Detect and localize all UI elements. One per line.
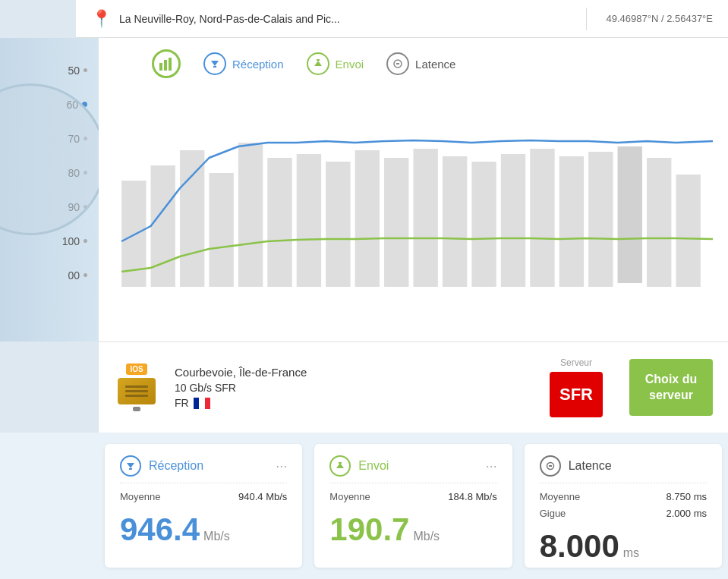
chart-tabs: Réception Envoi Latenc: [114, 49, 713, 78]
envoi-rows: Moyenne 184.8 Mb/s: [329, 491, 496, 506]
flag-fr-icon: [194, 398, 210, 409]
svg-rect-12: [209, 173, 233, 287]
server-device-img: [118, 378, 156, 404]
svg-rect-35: [339, 462, 342, 464]
device-line-2: [125, 390, 148, 392]
choix-serveur-button[interactable]: Choix du serveur: [629, 359, 713, 416]
svg-rect-24: [559, 156, 584, 287]
latence-big-value: 8.000: [540, 530, 619, 562]
envoi-tab-label: Envoi: [336, 58, 364, 71]
reception-tab-btn[interactable]: Réception: [203, 52, 284, 75]
latence-rows: Moyenne 8.750 ms Gigue 2.000 ms: [540, 491, 707, 523]
reception-unit: Mb/s: [203, 530, 230, 543]
device-line-1: [125, 385, 148, 388]
reception-menu-dots[interactable]: ···: [276, 458, 287, 474]
latence-icon: [386, 52, 409, 75]
server-icon-area: IOS: [114, 363, 159, 411]
svg-rect-22: [501, 154, 525, 287]
svg-rect-15: [297, 154, 321, 287]
latence-stat-title: Latence: [569, 459, 612, 473]
latence-big-row: 8.000 ms: [540, 527, 707, 562]
svg-rect-4: [213, 66, 216, 68]
speedometer-area: 50 60 70 80 90 100: [0, 38, 99, 341]
scale-dot-00: [84, 273, 87, 277]
svg-rect-17: [355, 150, 380, 287]
latence-tab-btn[interactable]: Latence: [386, 52, 455, 75]
envoi-big-value: 190.7: [329, 514, 409, 546]
envoi-moyenne-row: Moyenne 184.8 Mb/s: [329, 491, 496, 502]
latence-moyenne-label: Moyenne: [540, 491, 580, 502]
svg-rect-29: [194, 398, 199, 409]
svg-marker-34: [336, 463, 344, 468]
svg-rect-31: [205, 398, 210, 409]
latence-stat-icon: [540, 455, 561, 477]
scale-dot-50: [84, 68, 87, 72]
chart-container: Réception Envoi Latenc: [99, 38, 728, 341]
sfr-badge: SFR: [550, 372, 603, 417]
serveur-label: Serveur: [550, 357, 603, 368]
server-label-area: Serveur SFR: [550, 357, 603, 417]
svg-rect-26: [618, 146, 642, 283]
latence-stat-card: Latence Moyenne 8.750 ms Gigue 2.000 ms …: [525, 444, 722, 568]
latence-tab-label: Latence: [415, 58, 455, 71]
device-connector: [133, 407, 140, 411]
svg-marker-5: [314, 61, 322, 66]
reception-moyenne-label: Moyenne: [120, 491, 160, 502]
svg-marker-3: [211, 61, 219, 66]
reception-stat-icon: [120, 455, 141, 477]
country-code: FR: [175, 397, 189, 409]
scale-item-50: 50: [0, 53, 87, 87]
chart-svg: [114, 90, 713, 294]
location-name: La Neuville-Roy, Nord-Pas-de-Calais and …: [119, 13, 567, 25]
chart-svg-wrapper: [114, 90, 713, 294]
envoi-stat-icon: [329, 455, 351, 477]
server-speed: 10 Gb/s SFR: [175, 382, 534, 394]
reception-tab-label: Réception: [232, 58, 284, 71]
svg-rect-27: [647, 158, 671, 287]
svg-rect-30: [199, 398, 205, 409]
svg-rect-1: [164, 60, 167, 71]
reception-icon: [203, 52, 226, 75]
server-city: Courbevoie, Île-de-France: [175, 366, 534, 379]
scale-item-00: 00: [0, 258, 87, 292]
location-divider: [586, 8, 587, 30]
stats-bar: Réception ··· Moyenne 940.4 Mb/s 946.4 M…: [0, 433, 728, 579]
svg-rect-11: [180, 150, 204, 287]
coordinates: 49.46987°N / 2.56437°E: [606, 13, 713, 24]
reception-rows: Moyenne 940.4 Mb/s: [120, 491, 287, 506]
svg-rect-16: [326, 162, 350, 287]
location-bar: 📍 La Neuville-Roy, Nord-Pas-de-Calais an…: [76, 0, 728, 38]
server-bar: IOS Courbevoie, Île-de-France 10 Gb/s SF…: [99, 341, 728, 433]
latence-unit: ms: [623, 546, 639, 560]
svg-rect-2: [169, 58, 172, 71]
device-line-3: [125, 395, 148, 397]
reception-stat-header: Réception ···: [120, 455, 287, 483]
scale-dot-100: [84, 239, 87, 243]
latence-gigue-row: Gigue 2.000 ms: [540, 508, 707, 519]
bar-chart-icon-btn[interactable]: [152, 49, 181, 78]
envoi-menu-dots[interactable]: ···: [486, 458, 497, 474]
envoi-moyenne-value: 184.8 Mb/s: [448, 491, 496, 502]
ios-badge: IOS: [126, 363, 147, 375]
device-lines: [125, 385, 148, 397]
svg-rect-19: [414, 149, 438, 287]
latence-gigue-value: 2.000 ms: [667, 508, 707, 519]
envoi-unit: Mb/s: [413, 530, 440, 543]
svg-rect-33: [129, 468, 132, 470]
svg-rect-14: [267, 158, 292, 287]
server-country: FR: [175, 397, 534, 409]
envoi-big-row: 190.7 Mb/s: [329, 510, 496, 546]
reception-stat-card: Réception ··· Moyenne 940.4 Mb/s 946.4 M…: [105, 444, 302, 568]
stats-left-spacer: [0, 433, 99, 579]
latence-moyenne-value: 8.750 ms: [667, 491, 707, 502]
envoi-stat-header: Envoi ···: [329, 455, 496, 483]
svg-rect-6: [317, 59, 320, 61]
latence-gigue-label: Gigue: [540, 508, 566, 519]
gauge-background: [0, 83, 99, 235]
server-info: Courbevoie, Île-de-France 10 Gb/s SFR FR: [175, 366, 534, 409]
envoi-tab-btn[interactable]: Envoi: [307, 52, 364, 75]
reception-moyenne-value: 940.4 Mb/s: [238, 491, 287, 502]
svg-marker-32: [127, 463, 134, 468]
main-container: 📍 La Neuville-Roy, Nord-Pas-de-Calais an…: [0, 0, 728, 579]
latence-stat-header: Latence: [540, 455, 707, 483]
